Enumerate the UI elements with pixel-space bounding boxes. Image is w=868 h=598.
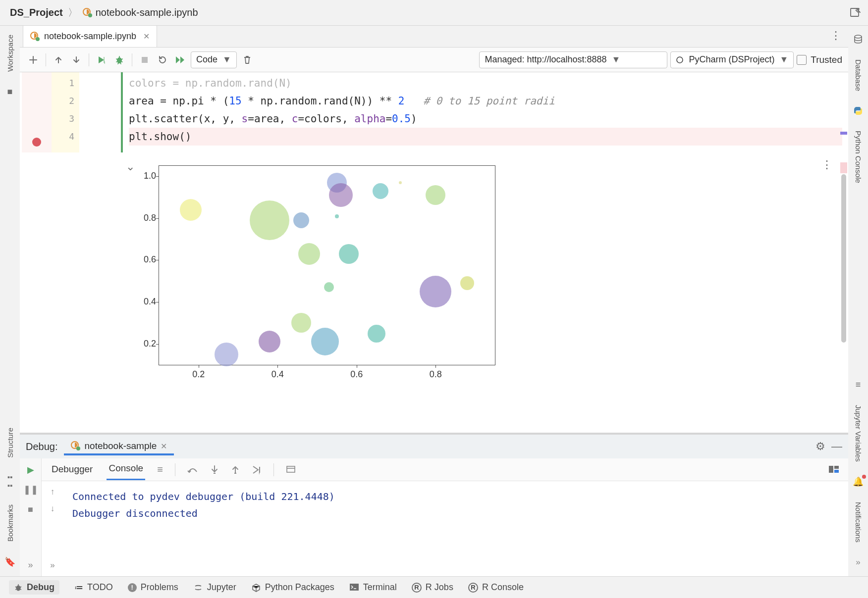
svg-rect-18 bbox=[834, 470, 839, 473]
debug-cell-button[interactable] bbox=[112, 52, 127, 67]
evaluate-icon[interactable] bbox=[286, 465, 296, 474]
code-editor[interactable]: colors = np.random.rand(N) area = np.pi … bbox=[121, 72, 848, 152]
debug-run-tab[interactable]: notebook-sample ✕ bbox=[64, 438, 174, 455]
status-rconsole[interactable]: R R Console bbox=[468, 582, 524, 593]
bell-icon[interactable]: 🔔 bbox=[853, 476, 864, 487]
status-packages-label: Python Packages bbox=[265, 582, 334, 593]
run-cell-button[interactable]: I bbox=[94, 52, 109, 67]
scratch-icon[interactable] bbox=[849, 7, 861, 19]
svg-point-11 bbox=[76, 447, 80, 450]
file-tab-notebook[interactable]: notebook-sample.ipynb ✕ bbox=[23, 25, 157, 47]
r-icon: R bbox=[468, 583, 478, 593]
bookmark-icon[interactable]: 🔖 bbox=[4, 556, 15, 567]
status-terminal[interactable]: Terminal bbox=[349, 582, 397, 593]
rail-jupyter-vars[interactable]: Jupyter Variables bbox=[854, 405, 863, 462]
breadcrumb-project[interactable]: DS_Project bbox=[10, 7, 63, 18]
subtab-console[interactable]: Console bbox=[107, 459, 145, 480]
rail-structure[interactable]: Structure bbox=[6, 428, 14, 458]
status-packages[interactable]: Python Packages bbox=[251, 582, 334, 593]
resume-button[interactable]: ▶ bbox=[24, 463, 37, 476]
interpreter-dropdown[interactable]: PyCharm (DSProject) ▼ bbox=[670, 51, 794, 68]
status-todo[interactable]: ≔ TODO bbox=[74, 582, 113, 593]
trusted-label: Trusted bbox=[811, 54, 842, 65]
r-icon: R bbox=[412, 583, 422, 593]
database-icon[interactable] bbox=[853, 35, 863, 45]
rail-structure-label: Structure bbox=[6, 428, 14, 458]
file-tab-label: notebook-sample.ipynb bbox=[44, 31, 136, 42]
stop-button[interactable]: ■ bbox=[24, 503, 37, 516]
close-tab-icon[interactable]: ✕ bbox=[143, 32, 150, 41]
status-todo-label: TODO bbox=[87, 582, 113, 593]
breakpoint-icon[interactable] bbox=[32, 138, 41, 147]
move-up-button[interactable] bbox=[51, 52, 66, 67]
step-over-icon[interactable] bbox=[187, 465, 198, 475]
add-cell-button[interactable] bbox=[26, 52, 41, 67]
warning-icon: ! bbox=[128, 583, 137, 592]
jupyter-server-dropdown[interactable]: Managed: http://localhost:8888 ▼ bbox=[479, 51, 667, 68]
stop-button[interactable] bbox=[137, 52, 152, 67]
debug-run-label: notebook-sample bbox=[85, 441, 157, 451]
pause-button[interactable]: ❚❚ bbox=[24, 483, 37, 496]
svg-rect-16 bbox=[829, 466, 833, 473]
thread-view-icon[interactable]: ≡ bbox=[157, 464, 163, 475]
code-cell[interactable]: 1 2 3 4 colors = np.random.rand(N) area … bbox=[20, 72, 848, 152]
svg-point-9 bbox=[677, 57, 683, 63]
rail-notifications-label: Notifications bbox=[854, 502, 863, 543]
python-icon[interactable] bbox=[853, 106, 863, 116]
cell-output: ⌄ ⋮ 0.20.40.60.81.00.20.40.60.8 bbox=[20, 152, 848, 378]
breadcrumb-file[interactable]: notebook-sample.ipynb bbox=[83, 7, 198, 18]
status-problems[interactable]: ! Problems bbox=[128, 582, 178, 593]
step-into-icon[interactable] bbox=[210, 465, 219, 475]
svg-point-1 bbox=[88, 13, 92, 17]
step-out-icon[interactable] bbox=[231, 465, 240, 475]
delete-cell-button[interactable] bbox=[240, 52, 255, 67]
status-debug[interactable]: Debug bbox=[9, 580, 59, 595]
layout-icon[interactable] bbox=[828, 465, 840, 475]
rail-workspace[interactable]: Workspace bbox=[6, 35, 14, 72]
output-more-icon[interactable]: ⋮ bbox=[821, 158, 833, 171]
status-jupyter[interactable]: Jupyter bbox=[193, 582, 236, 593]
svg-rect-12 bbox=[214, 473, 216, 474]
status-rjobs[interactable]: R R Jobs bbox=[412, 582, 453, 593]
breadcrumb-file-label: notebook-sample.ipynb bbox=[96, 7, 198, 18]
close-debug-tab-icon[interactable]: ✕ bbox=[161, 442, 167, 451]
editor-scrollbar[interactable] bbox=[840, 95, 847, 425]
line-number-gutter: 1 2 3 4 bbox=[52, 72, 79, 152]
run-to-cursor-icon[interactable]: I bbox=[252, 465, 262, 475]
rail-database[interactable]: Database bbox=[854, 59, 863, 91]
run-all-button[interactable] bbox=[173, 52, 188, 67]
status-debug-label: Debug bbox=[27, 582, 54, 593]
status-rjobs-label: R Jobs bbox=[426, 582, 453, 593]
cell-type-dropdown[interactable]: Code ▼ bbox=[191, 51, 237, 68]
more-debug-icon[interactable]: » bbox=[24, 558, 37, 571]
bug-icon bbox=[14, 583, 23, 592]
jupyter-icon bbox=[193, 583, 203, 593]
trusted-checkbox[interactable]: Trusted bbox=[797, 54, 842, 65]
list-icon[interactable]: ≡ bbox=[856, 380, 861, 390]
restart-button[interactable] bbox=[155, 52, 170, 67]
scroll-down-icon[interactable]: ↓ bbox=[51, 504, 55, 514]
rail-bookmarks[interactable]: Bookmarks bbox=[6, 504, 14, 542]
svg-point-19 bbox=[855, 35, 862, 38]
debug-settings-icon[interactable]: ⚙ bbox=[815, 440, 825, 453]
rail-workspace-label: Workspace bbox=[6, 35, 14, 72]
rail-bookmarks-label: Bookmarks bbox=[6, 504, 14, 542]
debug-console-output[interactable]: Connected to pydev debugger (build 221.4… bbox=[63, 481, 848, 576]
subtab-debugger[interactable]: Debugger bbox=[50, 460, 95, 480]
debug-title: Debug: bbox=[26, 441, 58, 452]
scroll-up-icon[interactable]: ↑ bbox=[51, 487, 55, 497]
tabs-more-icon[interactable]: ⋮ bbox=[830, 29, 848, 47]
circle-icon bbox=[676, 56, 684, 64]
structure-icon[interactable]: ▪▪▪▪ bbox=[7, 473, 13, 490]
move-down-button[interactable] bbox=[69, 52, 84, 67]
checkbox-icon bbox=[797, 55, 807, 65]
rail-chevron-icon[interactable]: » bbox=[856, 557, 860, 567]
interpreter-label: PyCharm (DSProject) bbox=[689, 54, 774, 65]
jupyter-server-label: Managed: http://localhost:8888 bbox=[485, 54, 606, 65]
more-console-icon[interactable]: » bbox=[50, 560, 54, 570]
rail-python-console[interactable]: Python Console bbox=[854, 131, 863, 183]
rail-notifications[interactable]: Notifications bbox=[854, 502, 863, 543]
notebook-file-icon bbox=[71, 441, 81, 451]
project-folder-icon[interactable]: ■ bbox=[7, 87, 13, 97]
hide-debug-icon[interactable]: — bbox=[831, 440, 842, 453]
